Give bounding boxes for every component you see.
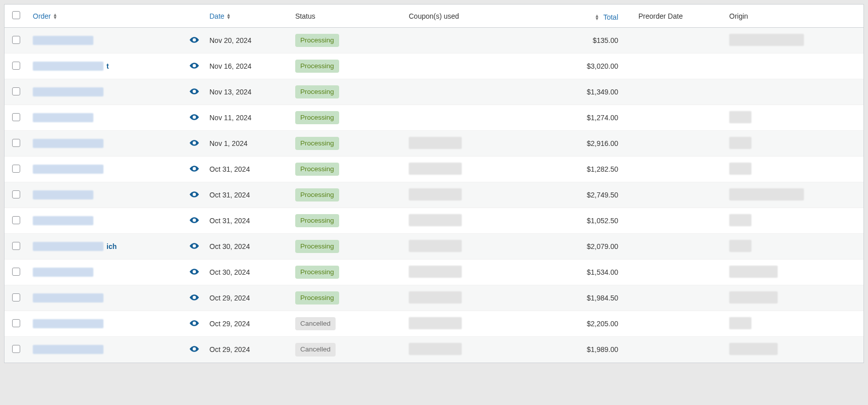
eye-icon[interactable] [189,88,199,96]
coupon-cell [404,54,553,79]
order-link-fragment[interactable]: t [106,62,109,70]
eye-icon[interactable] [189,268,199,276]
order-cell[interactable] [28,131,184,157]
eye-icon[interactable] [189,242,199,250]
date-cell: Nov 20, 2024 [204,28,290,54]
row-checkbox[interactable] [12,113,20,121]
table-header-row: Order ▲▼ Date ▲▼ Status Coupon(s) used ▲… [5,5,863,28]
svg-point-10 [193,296,195,298]
order-redacted [33,113,93,122]
origin-redacted [729,291,778,303]
row-checkbox[interactable] [12,293,20,301]
row-checkbox[interactable] [12,345,20,353]
order-link-fragment[interactable]: ich [106,242,117,250]
row-checkbox[interactable] [12,216,20,224]
row-checkbox[interactable] [12,62,20,70]
preview-cell [184,28,204,54]
eye-icon[interactable] [189,320,199,328]
order-cell[interactable] [28,79,184,105]
preview-cell [184,311,204,337]
coupon-cell [404,105,553,131]
table-row: Oct 31, 2024Processing$1,282.50 [5,157,863,182]
order-cell[interactable] [28,260,184,285]
order-cell[interactable] [28,285,184,311]
eye-icon[interactable] [189,191,199,199]
row-checkbox[interactable] [12,165,20,173]
row-checkbox[interactable] [12,268,20,276]
total-cell: $2,916.00 [553,131,623,157]
status-cell: Processing [290,157,404,182]
header-date[interactable]: Date ▲▼ [204,5,290,28]
eye-icon[interactable] [189,345,199,353]
order-cell[interactable]: t [28,54,184,79]
origin-redacted [729,343,778,355]
status-badge: Processing [295,291,339,305]
total-cell: $1,534.00 [553,260,623,285]
order-cell[interactable] [28,311,184,337]
order-cell[interactable] [28,157,184,182]
order-cell[interactable] [28,28,184,54]
header-preorder: Preorder Date [623,5,724,28]
svg-point-6 [193,193,195,195]
status-badge: Processing [295,85,339,99]
origin-cell [724,182,863,208]
eye-icon[interactable] [189,62,199,70]
eye-icon[interactable] [189,217,199,225]
eye-icon[interactable] [189,139,199,147]
eye-icon[interactable] [189,114,199,122]
svg-point-2 [193,90,195,92]
preorder-cell [623,157,724,182]
status-cell: Cancelled [290,337,404,363]
status-badge: Processing [295,266,339,279]
origin-redacted [729,111,751,123]
table-row: Oct 29, 2024Processing$1,984.50 [5,285,863,311]
svg-point-1 [193,65,195,66]
total-cell: $3,020.00 [553,54,623,79]
order-cell[interactable] [28,208,184,234]
origin-cell [724,131,863,157]
select-all-checkbox[interactable] [12,11,20,19]
origin-redacted [729,163,751,175]
header-order[interactable]: Order ▲▼ [28,5,184,28]
date-cell: Oct 30, 2024 [204,260,290,285]
status-badge: Processing [295,34,339,47]
header-preorder-label: Preorder Date [638,12,683,20]
order-cell[interactable]: ich [28,234,184,260]
status-cell: Processing [290,260,404,285]
order-cell[interactable] [28,182,184,208]
status-cell: Processing [290,234,404,260]
total-cell: $1,984.50 [553,285,623,311]
status-cell: Processing [290,28,404,54]
header-total[interactable]: ▲▼Total [553,5,623,28]
eye-icon[interactable] [189,36,199,44]
status-cell: Processing [290,182,404,208]
preview-cell [184,337,204,363]
status-badge: Cancelled [295,317,336,331]
row-checkbox[interactable] [12,319,20,327]
table-row: Oct 31, 2024Processing$1,052.50 [5,208,863,234]
eye-icon[interactable] [189,294,199,302]
table-row: Nov 20, 2024Processing$135.00 [5,28,863,54]
table-row: Nov 11, 2024Processing$1,274.00 [5,105,863,131]
order-cell[interactable] [28,337,184,363]
row-checkbox[interactable] [12,87,20,95]
row-checkbox[interactable] [12,36,20,44]
total-cell: $1,052.50 [553,208,623,234]
status-badge: Processing [295,188,339,202]
total-cell: $2,205.00 [553,311,623,337]
preorder-cell [623,54,724,79]
origin-redacted [729,34,804,46]
coupon-cell [404,208,553,234]
row-checkbox-cell [5,260,28,285]
row-checkbox[interactable] [12,242,20,250]
coupon-redacted [409,266,462,278]
header-coupons: Coupon(s) used [404,5,553,28]
row-checkbox[interactable] [12,190,20,198]
header-status-label: Status [295,12,315,20]
row-checkbox-cell [5,311,28,337]
order-cell[interactable] [28,105,184,131]
row-checkbox-cell [5,79,28,105]
row-checkbox[interactable] [12,139,20,147]
eye-icon[interactable] [189,165,199,173]
origin-cell [724,234,863,260]
